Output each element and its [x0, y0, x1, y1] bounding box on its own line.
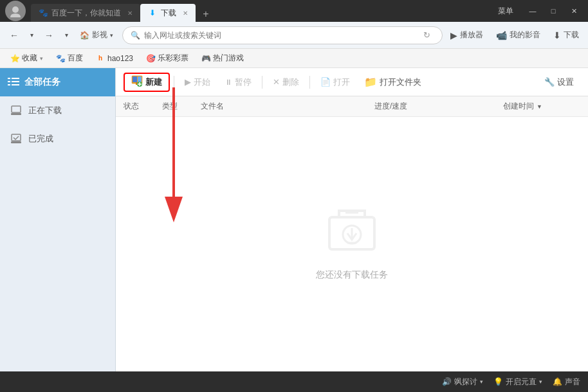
status-bar: 🔊 飒探讨 ▾ 💡 开启元直 ▾ 🔔 声音 [0, 371, 588, 392]
speed-status[interactable]: 🔊 飒探讨 ▾ [442, 377, 483, 388]
sound-label: 声音 [565, 377, 580, 388]
forward-dropdown[interactable]: ▾ [62, 26, 71, 44]
all-tasks-label: 全部任务 [24, 76, 60, 88]
my-video-label: 我的影音 [510, 30, 540, 40]
open-status-icon: 💡 [493, 377, 503, 386]
svg-point-0 [12, 6, 19, 13]
download-nav-button[interactable]: ⬇ 下载 [549, 26, 583, 44]
content-wrapper: 新建 ▶ 开始 ⏸ 暂停 ✕ 删除 📄 打开 📁 打开 [116, 68, 588, 371]
video-icon: 📹 [496, 30, 507, 40]
settings-label: 设置 [557, 76, 574, 88]
open-button[interactable]: 📄 打开 [314, 73, 356, 92]
tab-baidu-label: 百度一下，你就知道 [51, 8, 121, 19]
col-time-label: 创建时间 [503, 101, 534, 112]
sidebar-downloading[interactable]: 正在下载 [0, 96, 115, 125]
hao123-icon: h [96, 54, 105, 63]
col-progress-header: 进度/速度 [374, 101, 503, 112]
player-button[interactable]: ▶ 播放器 [446, 26, 487, 44]
home-button[interactable]: 🏠 影视 ▾ [75, 26, 118, 44]
forward-button[interactable]: → [40, 26, 58, 44]
pause-icon: ⏸ [225, 78, 232, 87]
bookmark-lottery-label: 乐彩彩票 [158, 53, 188, 64]
sidebar-completed[interactable]: 已完成 [0, 125, 115, 153]
download-favicon: ⬇ [148, 8, 157, 17]
favorites-dropdown[interactable]: ▾ [40, 55, 43, 62]
col-name-header: 文件名 [201, 101, 374, 112]
content-area: 状态 类型 文件名 进度/速度 创建时间 ▼ [116, 96, 588, 371]
svg-rect-2 [12, 78, 19, 79]
menu-button[interactable]: 菜单 [493, 4, 519, 18]
window-controls: — □ ✕ [524, 4, 583, 17]
avatar [5, 1, 26, 21]
bookmark-hao123-label: hao123 [107, 54, 133, 63]
back-dropdown[interactable]: ▾ [27, 26, 36, 44]
speed-dropdown[interactable]: ▾ [480, 379, 483, 385]
settings-icon: 🔧 [544, 77, 555, 87]
pause-label: 暂停 [235, 76, 252, 88]
svg-rect-9 [12, 134, 21, 141]
my-video-button[interactable]: 📹 我的影音 [492, 26, 544, 44]
new-icon [131, 75, 143, 89]
sep3 [309, 76, 310, 89]
open-label: 打开 [333, 76, 350, 88]
new-button[interactable]: 新建 [124, 73, 170, 92]
svg-rect-8 [11, 113, 21, 115]
sidebar: 全部任务 正在下载 已完成 [0, 68, 116, 371]
tab-baidu[interactable]: 🐾 百度一下，你就知道 ✕ [31, 4, 140, 22]
folder-icon: 📁 [364, 76, 377, 88]
bookmark-games[interactable]: 🎮 热门游戏 [196, 51, 249, 66]
tab-download[interactable]: ⬇ 下载 ✕ [140, 4, 196, 22]
add-tab-button[interactable]: + [198, 6, 214, 22]
tab-download-label: 下载 [161, 8, 176, 19]
title-bar: 🐾 百度一下，你就知道 ✕ ⬇ 下载 ✕ + 菜单 — □ ✕ [0, 0, 588, 22]
back-button[interactable]: ← [5, 26, 23, 44]
bookmark-hao123[interactable]: h hao123 [91, 51, 138, 66]
minimize-button[interactable]: — [524, 4, 542, 17]
svg-rect-12 [133, 76, 137, 82]
address-bar[interactable]: 🔍 ↻ [122, 26, 443, 44]
tab-download-close[interactable]: ✕ [183, 10, 188, 17]
bookmark-lottery[interactable]: 🎯 乐彩彩票 [141, 51, 194, 66]
refresh-button[interactable]: ↻ [419, 28, 434, 43]
close-button[interactable]: ✕ [565, 4, 583, 17]
nav-bar: ← ▾ → ▾ 🏠 影视 ▾ 🔍 ↻ ▶ 播放器 📹 我的影音 ⬇ 下载 [0, 22, 588, 49]
all-tasks-header[interactable]: 全部任务 [0, 68, 115, 96]
bookmark-baidu[interactable]: 🐾 百度 [51, 51, 88, 66]
tab-list: 🐾 百度一下，你就知道 ✕ ⬇ 下载 ✕ + [31, 0, 493, 22]
address-input[interactable] [144, 31, 415, 40]
right-nav: ▶ 播放器 📹 我的影音 ⬇ 下载 [446, 26, 583, 44]
sound-status[interactable]: 🔔 声音 [553, 377, 580, 388]
main-area: 全部任务 正在下载 已完成 [0, 68, 588, 371]
svg-rect-7 [12, 106, 21, 112]
empty-download-icon [326, 208, 378, 259]
maximize-button[interactable]: □ [544, 4, 562, 17]
empty-state: 您还没有下载任务 [116, 117, 588, 371]
open-folder-button[interactable]: 📁 打开文件夹 [358, 73, 428, 92]
sep1 [174, 76, 174, 89]
sort-icon[interactable]: ▼ [537, 103, 542, 110]
open-dropdown[interactable]: ▾ [539, 379, 542, 385]
svg-rect-13 [138, 76, 142, 82]
star-icon: ⭐ [10, 54, 19, 63]
play-icon: ▶ [450, 30, 457, 40]
home-label: 影视 [92, 30, 107, 40]
settings-button[interactable]: 🔧 设置 [538, 73, 580, 92]
new-button-label: 新建 [145, 76, 162, 88]
delete-button[interactable]: ✕ 删除 [266, 73, 306, 92]
search-icon: 🔍 [131, 31, 140, 40]
start-icon: ▶ [185, 77, 191, 87]
empty-text: 您还没有下载任务 [316, 269, 388, 281]
open-folder-label: 打开文件夹 [380, 76, 421, 88]
svg-rect-1 [8, 78, 10, 79]
download-icon [10, 105, 22, 116]
sep2 [262, 76, 262, 89]
toolbar: 新建 ▶ 开始 ⏸ 暂停 ✕ 删除 📄 打开 📁 打开 [116, 68, 588, 96]
bookmark-favorites[interactable]: ⭐ 收藏 ▾ [5, 51, 48, 66]
pause-button[interactable]: ⏸ 暂停 [218, 73, 258, 92]
svg-rect-3 [8, 81, 10, 82]
tab-baidu-close[interactable]: ✕ [127, 10, 133, 17]
speed-icon: 🔊 [442, 377, 452, 386]
sound-icon: 🔔 [553, 377, 562, 386]
open-status[interactable]: 💡 开启元直 ▾ [493, 377, 542, 388]
start-button[interactable]: ▶ 开始 [178, 73, 217, 92]
